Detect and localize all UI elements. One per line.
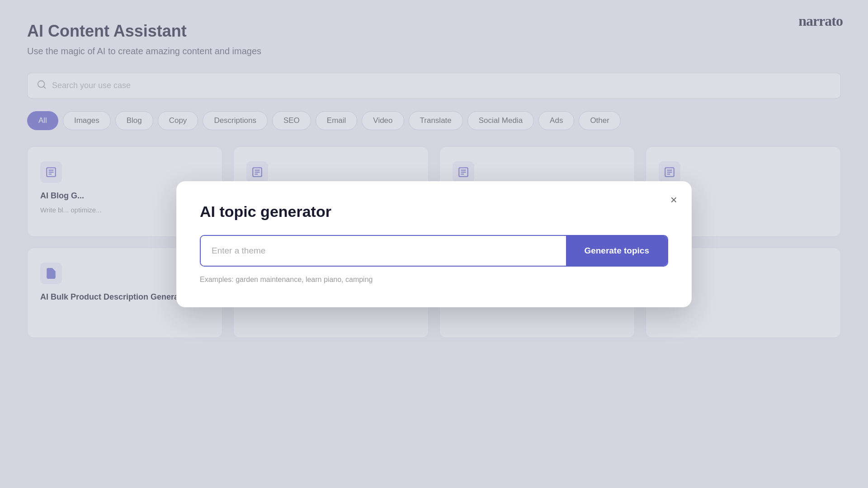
modal-input-row: Generate topics [200, 235, 668, 267]
modal-title: AI topic generator [200, 203, 668, 221]
modal-close-button[interactable]: × [670, 194, 677, 206]
modal-examples: Examples: garden maintenance, learn pian… [200, 276, 668, 284]
theme-input[interactable] [201, 236, 566, 266]
modal-backdrop: × AI topic generator Generate topics Exa… [0, 0, 868, 488]
modal-dialog: × AI topic generator Generate topics Exa… [176, 181, 692, 307]
generate-topics-button[interactable]: Generate topics [566, 236, 667, 266]
